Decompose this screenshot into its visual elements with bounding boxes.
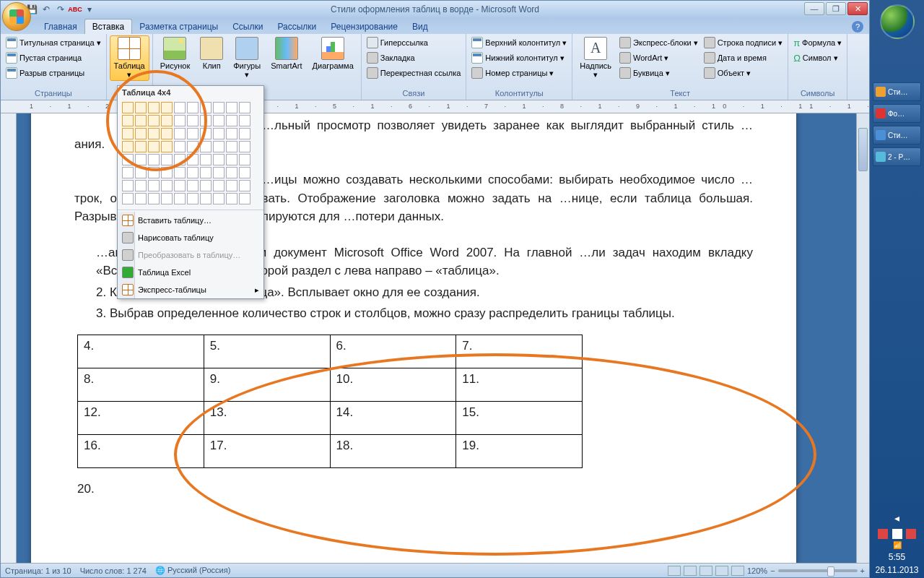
- table-grid-cell[interactable]: [213, 180, 225, 191]
- bookmark-button[interactable]: Закладка: [365, 51, 463, 65]
- menu-insert-table[interactable]: Вставить таблицу…: [118, 212, 263, 229]
- network-icon[interactable]: 📶: [870, 541, 924, 549]
- table-grid-cell[interactable]: [239, 180, 250, 191]
- table-grid-cell[interactable]: [213, 102, 225, 113]
- table-grid-cell[interactable]: [148, 167, 160, 178]
- table-grid-cell[interactable]: [148, 180, 160, 191]
- table-grid-cell[interactable]: [174, 115, 186, 126]
- table-grid-cell[interactable]: [213, 193, 225, 204]
- table-grid-cell[interactable]: [226, 128, 237, 139]
- status-language[interactable]: 🌐 Русский (Россия): [155, 566, 230, 575]
- table-grid-cell[interactable]: [213, 141, 225, 152]
- table-grid-cell[interactable]: [148, 141, 160, 152]
- table-grid-cell[interactable]: [161, 167, 173, 178]
- table-grid-cell[interactable]: [200, 102, 212, 113]
- table-grid-cell[interactable]: [161, 115, 173, 126]
- scrollbar-thumb[interactable]: [858, 128, 868, 171]
- table-grid-cell[interactable]: [148, 128, 160, 139]
- tab-pagelayout[interactable]: Разметка страницы: [132, 20, 225, 34]
- zoom-in[interactable]: +: [860, 566, 865, 575]
- table-grid-cell[interactable]: [187, 167, 199, 178]
- table-grid-cell[interactable]: [135, 102, 147, 113]
- table-grid-cell[interactable]: [122, 102, 134, 113]
- table-grid-cell[interactable]: [187, 193, 199, 204]
- table-grid-cell[interactable]: [174, 128, 186, 139]
- table-grid-cell[interactable]: [148, 102, 160, 113]
- table-grid-cell[interactable]: [174, 154, 186, 165]
- table-grid-cell[interactable]: [187, 180, 199, 191]
- chart-button[interactable]: Диаграмма: [308, 35, 358, 72]
- pagenumber-button[interactable]: Номер страницы ▾: [469, 66, 569, 80]
- table-grid-cell[interactable]: [226, 115, 237, 126]
- table-grid-cell[interactable]: [239, 167, 250, 178]
- cover-page-button[interactable]: Титульная страница ▾: [4, 35, 103, 50]
- table-grid-cell[interactable]: [161, 102, 173, 113]
- taskbar-item[interactable]: 2 - P…: [873, 147, 921, 166]
- zoom-slider[interactable]: [778, 569, 858, 572]
- table-grid-cell[interactable]: [135, 193, 147, 204]
- vertical-scrollbar[interactable]: [856, 113, 869, 563]
- clip-button[interactable]: Клип: [196, 35, 227, 72]
- taskbar-item[interactable]: Фо…: [873, 104, 921, 123]
- textbox-button[interactable]: AНадпись▾: [575, 35, 616, 81]
- table-grid-cell[interactable]: [226, 167, 237, 178]
- table-grid[interactable]: [118, 99, 263, 208]
- view-web[interactable]: [699, 566, 712, 576]
- table-grid-cell[interactable]: [239, 115, 250, 126]
- quickparts-button[interactable]: Экспресс-блоки ▾: [617, 35, 700, 50]
- table-grid-cell[interactable]: [200, 180, 212, 191]
- hyperlink-button[interactable]: Гиперссылка: [365, 35, 463, 50]
- menu-excel-table[interactable]: Таблица Excel: [118, 264, 263, 281]
- clock-time[interactable]: 5:55: [870, 552, 924, 562]
- view-print-layout[interactable]: [668, 566, 681, 576]
- table-grid-cell[interactable]: [122, 141, 134, 152]
- table-grid-cell[interactable]: [161, 154, 173, 165]
- table-grid-cell[interactable]: [148, 115, 160, 126]
- table-grid-cell[interactable]: [161, 180, 173, 191]
- qat-redo[interactable]: ↷: [54, 3, 67, 16]
- blank-page-button[interactable]: Пустая страница: [4, 51, 103, 65]
- table-grid-cell[interactable]: [122, 180, 134, 191]
- table-grid-cell[interactable]: [174, 102, 186, 113]
- table-grid-cell[interactable]: [135, 128, 147, 139]
- close-button[interactable]: ✕: [847, 2, 868, 15]
- header-button[interactable]: Верхний колонтитул ▾: [469, 35, 569, 50]
- smartart-button[interactable]: SmartArt: [266, 35, 306, 72]
- view-outline[interactable]: [715, 566, 728, 576]
- table-grid-cell[interactable]: [135, 115, 147, 126]
- tab-view[interactable]: Вид: [405, 20, 435, 34]
- table-grid-cell[interactable]: [135, 180, 147, 191]
- table-grid-cell[interactable]: [135, 167, 147, 178]
- table-grid-cell[interactable]: [135, 141, 147, 152]
- table-grid-cell[interactable]: [161, 128, 173, 139]
- table-grid-cell[interactable]: [174, 141, 186, 152]
- table-grid-cell[interactable]: [200, 154, 212, 165]
- table-grid-cell[interactable]: [239, 154, 250, 165]
- table-grid-cell[interactable]: [226, 180, 237, 191]
- footer-button[interactable]: Нижний колонтитул ▾: [469, 51, 569, 65]
- taskbar-item[interactable]: Сти…: [873, 82, 921, 101]
- table-grid-cell[interactable]: [213, 115, 225, 126]
- picture-button[interactable]: Рисунок: [156, 35, 195, 72]
- table-button[interactable]: Таблица▾: [110, 35, 149, 81]
- table-grid-cell[interactable]: [148, 193, 160, 204]
- table-grid-cell[interactable]: [187, 128, 199, 139]
- table-grid-cell[interactable]: [187, 115, 199, 126]
- maximize-button[interactable]: ❐: [826, 2, 846, 15]
- table-grid-cell[interactable]: [122, 115, 134, 126]
- table-grid-cell[interactable]: [226, 193, 237, 204]
- table-grid-cell[interactable]: [239, 141, 250, 152]
- table-grid-cell[interactable]: [226, 102, 237, 113]
- table-grid-cell[interactable]: [200, 193, 212, 204]
- tray-icon[interactable]: [878, 529, 888, 539]
- menu-draw-table[interactable]: Нарисовать таблицу: [118, 229, 263, 246]
- zoom-value[interactable]: 120%: [747, 566, 767, 575]
- shapes-button[interactable]: Фигуры▾: [229, 35, 265, 81]
- table-grid-cell[interactable]: [174, 167, 186, 178]
- qat-customize[interactable]: ▾: [83, 3, 96, 16]
- symbol-button[interactable]: ΩСимвол ▾: [791, 51, 844, 65]
- table-grid-cell[interactable]: [187, 141, 199, 152]
- qat-undo[interactable]: ↶: [40, 3, 53, 16]
- tab-home[interactable]: Главная: [37, 20, 84, 34]
- office-button[interactable]: [2, 2, 31, 31]
